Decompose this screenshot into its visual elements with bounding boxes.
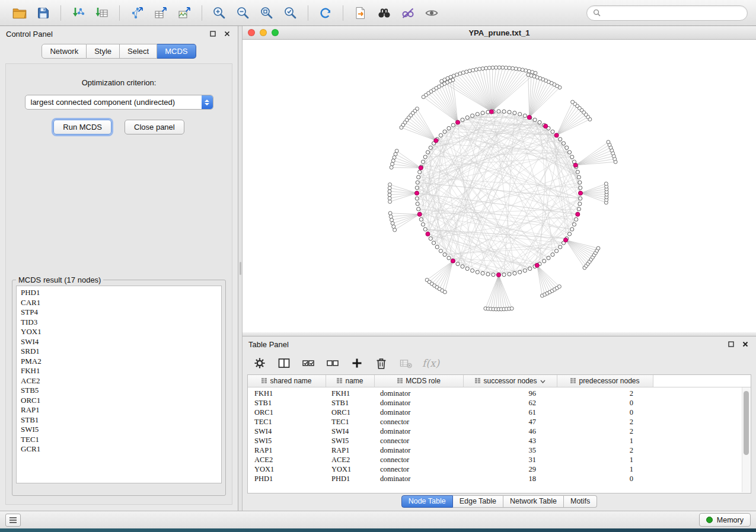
scrollbar-thumb[interactable] — [744, 391, 749, 455]
mcds-result-item[interactable]: SRD1 — [17, 347, 221, 357]
table-cell[interactable]: 0 — [557, 475, 653, 483]
table-cell[interactable]: dominator — [375, 408, 464, 417]
mcds-result-item[interactable]: STB5 — [17, 386, 221, 396]
table-cell[interactable]: ACE2 — [248, 456, 326, 464]
mcds-result-item[interactable]: ACE2 — [17, 376, 221, 386]
mcds-result-item[interactable]: TID3 — [17, 318, 221, 328]
table-cell[interactable]: dominator — [375, 475, 464, 483]
show-columns-button[interactable] — [276, 355, 292, 371]
show-eye-button[interactable] — [420, 2, 443, 24]
table-cell[interactable]: YOX1 — [326, 465, 375, 474]
column-header-predecessor-nodes[interactable]: predecessor nodes — [557, 375, 653, 387]
close-panel-button[interactable]: Close panel — [125, 120, 184, 134]
table-scrollbar[interactable] — [742, 387, 750, 492]
table-cell[interactable]: STB1 — [326, 399, 375, 408]
table-cell[interactable]: RAP1 — [326, 446, 375, 455]
table-cell[interactable]: 96 — [464, 389, 557, 398]
table-cell[interactable]: 31 — [464, 456, 557, 464]
close-panel-icon[interactable] — [741, 339, 750, 349]
table-cell[interactable]: connector — [375, 465, 464, 474]
horizontal-splitter[interactable] — [243, 332, 756, 336]
table-cell[interactable]: SWI5 — [248, 437, 326, 446]
table-cell[interactable]: 61 — [464, 408, 557, 417]
table-cell[interactable]: 18 — [464, 475, 557, 483]
table-cell[interactable]: SWI5 — [326, 437, 375, 446]
close-panel-icon[interactable] — [222, 29, 232, 39]
table-cell[interactable]: 0 — [557, 408, 653, 417]
export-network-button[interactable] — [126, 2, 148, 24]
search-input[interactable] — [604, 8, 741, 18]
table-cell[interactable]: connector — [375, 456, 464, 464]
column-header-mcds-role[interactable]: MCDS role — [375, 375, 464, 387]
mcds-result-item[interactable]: PHD1 — [17, 288, 221, 298]
open-file-button[interactable] — [8, 2, 31, 24]
automation-menu-button[interactable] — [5, 514, 21, 527]
table-cell[interactable]: 46 — [464, 427, 557, 436]
traffic-close-button[interactable] — [248, 29, 255, 36]
table-cell[interactable]: dominator — [375, 389, 464, 398]
table-cell[interactable]: 1 — [557, 456, 653, 464]
table-cell[interactable]: ACE2 — [326, 456, 375, 464]
refresh-button[interactable] — [314, 2, 337, 24]
tab-motifs[interactable]: Motifs — [564, 495, 597, 508]
table-cell[interactable]: dominator — [375, 399, 464, 408]
select-all-button[interactable] — [301, 355, 316, 371]
traffic-zoom-button[interactable] — [272, 29, 279, 36]
tab-select[interactable]: Select — [120, 44, 157, 59]
sort-chevron-icon[interactable] — [540, 377, 546, 385]
table-cell[interactable]: STB1 — [248, 399, 326, 408]
table-cell[interactable]: 0 — [557, 399, 653, 408]
table-cell[interactable]: TEC1 — [326, 418, 375, 427]
column-header-name[interactable]: name — [326, 375, 375, 387]
table-cell[interactable]: 47 — [464, 418, 557, 427]
tab-mcds[interactable]: MCDS — [157, 44, 196, 59]
table-cell[interactable]: dominator — [375, 446, 464, 455]
zoom-fit-button[interactable] — [256, 2, 278, 24]
tab-network-table[interactable]: Network Table — [503, 495, 564, 508]
table-cell[interactable]: SWI4 — [326, 427, 375, 436]
table-cell[interactable]: 35 — [464, 446, 557, 455]
tab-network[interactable]: Network — [42, 44, 87, 59]
traffic-minimize-button[interactable] — [260, 29, 267, 36]
table-cell[interactable]: dominator — [375, 427, 464, 436]
mcds-result-item[interactable]: GCR1 — [17, 444, 221, 454]
delete-column-button[interactable] — [374, 355, 389, 371]
table-cell[interactable]: ORC1 — [248, 408, 326, 417]
table-cell[interactable]: FKH1 — [248, 389, 326, 398]
share-document-button[interactable] — [349, 2, 372, 24]
hide-glasses-button[interactable] — [397, 2, 419, 24]
table-cell[interactable]: TEC1 — [248, 418, 326, 427]
search-field[interactable] — [586, 5, 748, 21]
table-cell[interactable]: 1 — [557, 437, 653, 446]
mcds-result-item[interactable]: SWI5 — [17, 425, 221, 435]
float-window-icon[interactable] — [726, 339, 736, 349]
mcds-result-item[interactable]: RAP1 — [17, 405, 221, 415]
table-cell[interactable]: PHD1 — [248, 475, 326, 483]
column-header-successor-nodes[interactable]: successor nodes — [464, 375, 557, 387]
mcds-result-item[interactable]: SWI4 — [17, 337, 221, 347]
table-cell[interactable]: 29 — [464, 465, 557, 474]
mcds-result-item[interactable]: CAR1 — [17, 298, 221, 308]
float-window-icon[interactable] — [208, 29, 218, 39]
mcds-result-item[interactable]: TEC1 — [17, 435, 221, 445]
table-cell[interactable]: 2 — [557, 427, 653, 436]
table-cell[interactable]: 2 — [557, 418, 653, 427]
mcds-result-item[interactable]: ORC1 — [17, 396, 221, 406]
table-cell[interactable]: RAP1 — [248, 446, 326, 455]
save-session-button[interactable] — [32, 2, 55, 24]
vertical-splitter[interactable] — [238, 26, 243, 511]
table-cell[interactable]: 1 — [557, 465, 653, 474]
export-image-button[interactable] — [173, 2, 196, 24]
table-cell[interactable]: connector — [375, 418, 464, 427]
table-cell[interactable]: 2 — [557, 389, 653, 398]
mcds-result-item[interactable]: PMA2 — [17, 357, 221, 367]
table-cell[interactable]: connector — [375, 437, 464, 446]
table-cell[interactable]: YOX1 — [248, 465, 326, 474]
table-cell[interactable]: ORC1 — [326, 408, 375, 417]
zoom-in-button[interactable] — [208, 2, 231, 24]
table-settings-button[interactable] — [252, 355, 267, 371]
import-network-button[interactable] — [67, 2, 90, 24]
table-cell[interactable]: 2 — [557, 446, 653, 455]
import-table-button[interactable] — [91, 2, 113, 24]
run-mcds-button[interactable]: Run MCDS — [53, 120, 111, 134]
